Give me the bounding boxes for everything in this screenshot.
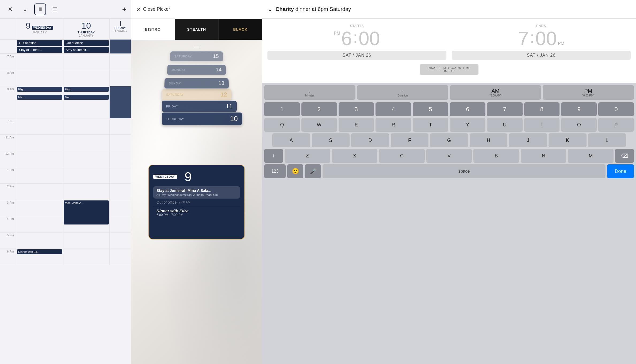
end-date-badge[interactable]: SAT / JAN 26 xyxy=(452,51,631,60)
key-j[interactable]: J xyxy=(509,133,547,147)
key-v[interactable]: V xyxy=(426,149,472,163)
key-123[interactable]: 123 xyxy=(264,164,286,178)
event-chip-stay-thu[interactable]: Stay at Jumeir... xyxy=(64,47,109,53)
day-header-thursday[interactable]: 10 THURSDAY JANUARY xyxy=(63,19,110,39)
time-label-2pm: 2 Pm xyxy=(0,184,16,200)
key-2[interactable]: 2 xyxy=(301,102,337,116)
key-k[interactable]: K xyxy=(549,133,587,147)
key-a[interactable]: A xyxy=(272,133,310,147)
key-8[interactable]: 8 xyxy=(524,102,560,116)
event-meeting-wed[interactable]: Me... xyxy=(17,95,62,100)
key-am[interactable]: AM "6:00 AM" xyxy=(450,85,541,100)
backspace-button[interactable]: ⌫ xyxy=(615,149,634,163)
key-e[interactable]: E xyxy=(339,118,374,132)
event-meeting-thu[interactable]: Me... xyxy=(64,95,109,100)
cell-8am-fri xyxy=(109,70,131,86)
time-row-5pm: 5 Pm xyxy=(0,233,131,249)
theme-bistro[interactable]: BISTRO xyxy=(131,19,175,40)
key-b[interactable]: B xyxy=(473,149,519,163)
cell-1pm-thu xyxy=(63,167,110,183)
event-chip-ooo-thu[interactable]: Out of office xyxy=(64,40,109,46)
key-u[interactable]: U xyxy=(487,118,523,132)
key-d[interactable]: D xyxy=(351,133,389,147)
start-colon: : xyxy=(353,29,358,45)
grid-view-button[interactable]: ⦀⦀ xyxy=(34,3,46,15)
key-q[interactable]: Q xyxy=(264,118,300,132)
key-minutes-sub: Minutes xyxy=(266,94,353,97)
event-chip-ooo-wed[interactable]: Out of office xyxy=(17,40,62,46)
theme-stealth[interactable]: STEALTH xyxy=(175,19,219,40)
close-button[interactable]: ✕ xyxy=(4,3,16,15)
key-g[interactable]: G xyxy=(430,133,468,147)
day-card-sat12[interactable]: SATURDAY 12 xyxy=(162,89,232,100)
event-chip-stay-wed[interactable]: Stay at Jumeir... xyxy=(17,47,62,53)
featured-day-card[interactable]: WEDNESDAY 9 Stay at Jumeirah Mina A'Sala… xyxy=(148,165,245,239)
key-c[interactable]: C xyxy=(379,149,425,163)
key-o[interactable]: O xyxy=(561,118,597,132)
day-header-friday[interactable]: FRIDAY JANUARY xyxy=(109,19,131,39)
space-key[interactable]: space xyxy=(323,164,606,178)
disable-keyboard-time-btn[interactable]: DISABLE KEYBOARD TIME INPUT xyxy=(420,64,478,75)
key-m[interactable]: M xyxy=(568,149,614,163)
key-pm-main: PM xyxy=(545,88,632,94)
event-flight-thu[interactable]: Flig... xyxy=(64,87,109,92)
key-i[interactable]: I xyxy=(524,118,560,132)
day-card-thu10[interactable]: THURSDAY 10 xyxy=(162,113,242,125)
key-5[interactable]: 5 xyxy=(413,102,448,116)
key-f[interactable]: F xyxy=(391,133,429,147)
mic-button[interactable]: 🎤 xyxy=(305,164,321,178)
theme-black[interactable]: BLACK xyxy=(218,19,262,40)
day-card-fri11[interactable]: FRIDAY 11 xyxy=(162,101,237,112)
card-event-stay[interactable]: Stay at Jumeirah Mina A'Sala... All Day … xyxy=(153,186,240,199)
key-x[interactable]: X xyxy=(332,149,378,163)
key-7[interactable]: 7 xyxy=(487,102,523,116)
done-button[interactable]: Done xyxy=(607,164,634,178)
event-flight-wed[interactable]: Flig... xyxy=(17,87,62,92)
key-4[interactable]: 4 xyxy=(376,102,411,116)
chevron-button[interactable]: ⌄ xyxy=(19,3,31,15)
key-h[interactable]: H xyxy=(470,133,508,147)
card-event-ooo-time: 9:00 AM xyxy=(179,200,190,204)
day-header-wednesday[interactable]: 9 WEDNESDAY JANUARY xyxy=(16,19,63,39)
time-label-3pm: 3 Pm xyxy=(0,200,16,216)
cell-8am-thu xyxy=(63,70,110,86)
day-card-sat15[interactable]: SATURDAY 15 xyxy=(170,51,223,61)
key-s[interactable]: S xyxy=(312,133,350,147)
key-1[interactable]: 1 xyxy=(264,102,300,116)
start-date-badge[interactable]: SAT / JAN 26 xyxy=(267,51,446,60)
key-y[interactable]: Y xyxy=(450,118,485,132)
card-event-dinner[interactable]: Dinner with Eliza 6:00 PM - 7:00 PM xyxy=(153,206,240,219)
starts-block: STARTS PM 6 : 00 SAT / JAN 26 xyxy=(267,24,446,60)
add-event-button[interactable]: + xyxy=(122,5,127,14)
key-t[interactable]: T xyxy=(413,118,448,132)
collapse-button[interactable]: ⌄ xyxy=(267,6,272,13)
time-label-9am: 9 Am xyxy=(0,86,16,118)
cell-12pm-fri xyxy=(109,151,131,167)
key-r[interactable]: R xyxy=(376,118,411,132)
key-l[interactable]: L xyxy=(588,133,626,147)
key-minutes[interactable]: : Minutes xyxy=(264,85,355,100)
key-duration[interactable]: - Duration xyxy=(357,85,448,100)
emoji-button[interactable]: 🙂 xyxy=(287,164,303,178)
key-w[interactable]: W xyxy=(301,118,337,132)
key-3[interactable]: 3 xyxy=(339,102,374,116)
close-icon: ✕ xyxy=(8,6,13,13)
event-dinner-wed[interactable]: Dinner with Eli... xyxy=(17,249,62,254)
close-picker-button[interactable]: ✕ Close Picker xyxy=(136,6,170,13)
key-pm[interactable]: PM "6:00 PM" xyxy=(543,85,634,100)
key-z[interactable]: Z xyxy=(285,149,330,163)
shift-button[interactable]: ⇧ xyxy=(264,149,283,163)
list-view-button[interactable]: ☰ xyxy=(49,3,61,15)
cell-1pm-wed xyxy=(16,167,63,183)
list-icon: ☰ xyxy=(52,6,58,13)
key-p[interactable]: P xyxy=(598,118,634,132)
time-row-2pm: 2 Pm xyxy=(0,184,131,200)
time-label-10am: 10... xyxy=(0,118,16,134)
key-6[interactable]: 6 xyxy=(450,102,485,116)
day-card-sun13[interactable]: SUNDAY 13 xyxy=(164,78,229,88)
key-0[interactable]: 0 xyxy=(598,102,634,116)
key-n[interactable]: N xyxy=(521,149,566,163)
calendar-toolbar: ✕ ⌄ ⦀⦀ ☰ + xyxy=(0,0,131,19)
day-card-mon14[interactable]: MONDAY 14 xyxy=(167,65,226,75)
key-9[interactable]: 9 xyxy=(561,102,597,116)
